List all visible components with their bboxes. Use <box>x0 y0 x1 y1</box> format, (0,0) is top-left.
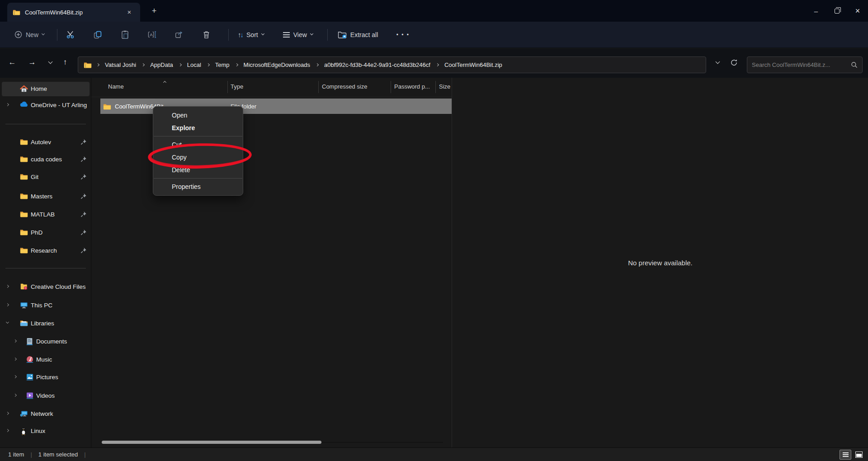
sidebar-item-linux[interactable]: Linux <box>0 424 91 438</box>
context-menu-item-explore[interactable]: Explore <box>153 122 243 134</box>
sidebar-item-label: Network <box>31 407 53 421</box>
breadcrumb-segment[interactable]: AppData <box>149 60 174 70</box>
trash-icon <box>203 31 210 39</box>
sidebar-item-masters[interactable]: Masters <box>0 189 91 204</box>
pin-icon <box>80 229 87 236</box>
horizontal-scrollbar-thumb[interactable] <box>102 441 321 444</box>
breadcrumb-segment[interactable]: a0bf992c-fd3b-44e2-9a91-cc48d3b246cf <box>323 60 431 70</box>
breadcrumb-segment[interactable]: Vatsal Joshi <box>104 60 137 70</box>
context-menu-separator <box>154 178 242 179</box>
details-view-button[interactable] <box>840 450 851 460</box>
sidebar-separator <box>5 124 86 124</box>
explorer-tab[interactable]: CoolTermWin64Bit.zip × <box>7 3 140 22</box>
sidebar-item-onedrive[interactable]: OneDrive - UT Arling <box>0 98 91 113</box>
status-bar: 1 item | 1 item selected | <box>0 447 868 461</box>
recent-locations-button[interactable] <box>42 55 58 70</box>
new-button[interactable]: New <box>10 26 49 43</box>
sidebar-item-label: Music <box>36 353 52 367</box>
breadcrumb-segment[interactable]: CoolTermWin64Bit.zip <box>443 60 503 70</box>
sidebar-item-git[interactable]: Git <box>0 170 91 184</box>
column-header-type[interactable]: Type <box>231 83 243 90</box>
sidebar-item-label: This PC <box>31 298 52 313</box>
window-controls: – × <box>806 0 868 22</box>
search-input[interactable] <box>752 61 851 68</box>
chevron-down-icon <box>310 32 313 35</box>
up-button[interactable]: ↑ <box>57 55 73 70</box>
extract-all-button[interactable]: Extract all <box>333 26 382 43</box>
address-bar[interactable]: Vatsal Joshi AppData Local Temp Microsof… <box>78 56 706 73</box>
copy-button[interactable] <box>90 27 105 42</box>
column-separator[interactable] <box>435 81 436 93</box>
sidebar-item-home[interactable]: Home <box>2 82 90 96</box>
close-button[interactable]: × <box>847 0 868 22</box>
column-separator[interactable] <box>318 81 319 93</box>
delete-button[interactable] <box>198 27 214 42</box>
view-button[interactable]: View <box>278 26 317 43</box>
sidebar-item-autolev[interactable]: Autolev <box>0 135 91 150</box>
column-header-size[interactable]: Size <box>439 83 450 90</box>
breadcrumb-chevron-icon <box>142 63 145 66</box>
sidebar-item-music[interactable]: Music <box>0 353 91 367</box>
breadcrumb-segment[interactable]: Local <box>186 60 202 70</box>
share-button[interactable] <box>171 27 187 42</box>
sidebar-item-label: Home <box>31 82 47 96</box>
sidebar-item-label: cuda codes <box>31 152 62 167</box>
sidebar-item-research[interactable]: Research <box>0 244 91 258</box>
zip-folder-icon <box>13 9 20 15</box>
refresh-button[interactable] <box>726 55 741 70</box>
sort-button[interactable]: ↑↓ Sort <box>233 26 269 43</box>
sidebar-item-pictures[interactable]: Pictures <box>0 370 91 385</box>
sidebar-item-phd[interactable]: PhD <box>0 226 91 240</box>
sidebar-item-videos[interactable]: Videos <box>0 389 91 403</box>
forward-button[interactable]: → <box>24 55 40 70</box>
sidebar-item-documents[interactable]: Documents <box>0 334 91 349</box>
sidebar-item-this-pc[interactable]: This PC <box>0 298 91 313</box>
context-menu-item-open[interactable]: Open <box>153 109 243 122</box>
sidebar-item-creative-cloud-files[interactable]: Creative Cloud Files <box>0 280 91 294</box>
new-tab-button[interactable]: + <box>148 5 160 17</box>
column-header-compressed-size[interactable]: Compressed size <box>322 83 367 90</box>
column-separator[interactable] <box>227 81 228 93</box>
folder-icon <box>20 193 28 201</box>
paste-button[interactable] <box>117 27 132 42</box>
sort-button-label: Sort <box>246 31 258 38</box>
more-options-button[interactable]: • • • <box>395 27 410 42</box>
column-header-name[interactable]: Name <box>108 83 124 90</box>
address-dropdown-button[interactable] <box>710 55 725 70</box>
context-menu-item-delete[interactable]: Delete <box>153 164 243 176</box>
sidebar-item-network[interactable]: Network <box>0 407 91 421</box>
breadcrumb-segment[interactable]: MicrosoftEdgeDownloads <box>243 60 311 70</box>
breadcrumb-segment[interactable]: Temp <box>214 60 231 70</box>
status-divider: | <box>84 451 85 458</box>
tab-close-icon[interactable]: × <box>124 7 135 18</box>
search-icon[interactable] <box>851 61 858 68</box>
rename-button[interactable]: A <box>144 27 160 42</box>
sidebar-item-label: Linux <box>31 424 45 438</box>
restore-icon <box>835 9 840 14</box>
sidebar-item-matlab[interactable]: MATLAB <box>0 207 91 222</box>
column-header-password[interactable]: Password p... <box>394 83 430 90</box>
sidebar-item-label: MATLAB <box>31 207 55 222</box>
navigation-pane: Home OneDrive - UT Arling Autolev <box>0 78 91 447</box>
context-menu-item-properties[interactable]: Properties <box>153 180 243 193</box>
sidebar-item-libraries[interactable]: Libraries <box>0 316 91 331</box>
this-pc-icon <box>20 301 28 310</box>
preview-pane: No preview available. <box>453 78 868 447</box>
restore-button[interactable] <box>826 0 847 22</box>
context-menu-separator <box>154 136 242 136</box>
toolbar-separator <box>57 29 57 41</box>
context-menu-item-copy[interactable]: Copy <box>153 151 243 164</box>
minimize-button[interactable]: – <box>806 0 826 22</box>
back-button[interactable]: ← <box>5 55 20 70</box>
column-separator[interactable] <box>391 81 391 93</box>
thumbnail-view-button[interactable] <box>853 450 865 460</box>
cut-button[interactable] <box>63 27 78 42</box>
context-menu-item-cut[interactable]: Cut <box>153 138 243 151</box>
sidebar-item-label: Libraries <box>31 316 54 331</box>
creative-cloud-folder-icon <box>20 283 28 291</box>
sidebar-item-cuda-codes[interactable]: cuda codes <box>0 152 91 167</box>
title-bar: CoolTermWin64Bit.zip × + – × <box>0 0 868 22</box>
breadcrumb-chevron-icon <box>96 63 99 66</box>
chevron-down-icon <box>261 32 264 35</box>
pin-icon <box>80 211 87 218</box>
